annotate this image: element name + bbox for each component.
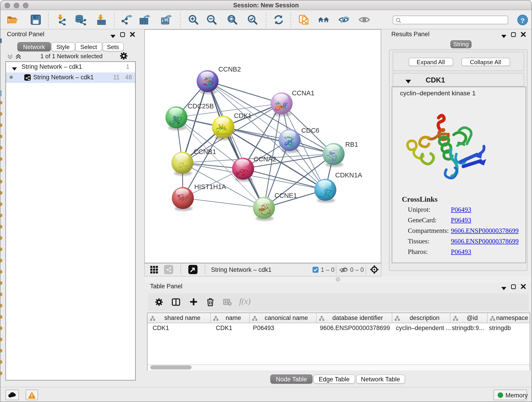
svg-text:CCNE1: CCNE1 [274, 192, 297, 199]
svg-text:CDK1: CDK1 [234, 112, 252, 119]
svg-text:CCNB1: CCNB1 [194, 148, 216, 155]
svg-text:CCNA2: CCNA2 [254, 155, 276, 163]
svg-text:CDC25B: CDC25B [188, 102, 214, 110]
svg-text:CCNA1: CCNA1 [292, 89, 314, 97]
svg-text:HIST1H1A: HIST1H1A [194, 183, 226, 191]
svg-text:RB1: RB1 [345, 141, 358, 148]
svg-text:CDC6: CDC6 [301, 127, 319, 134]
svg-text:CDKN1A: CDKN1A [335, 172, 362, 179]
svg-text:CCNB2: CCNB2 [218, 65, 241, 73]
